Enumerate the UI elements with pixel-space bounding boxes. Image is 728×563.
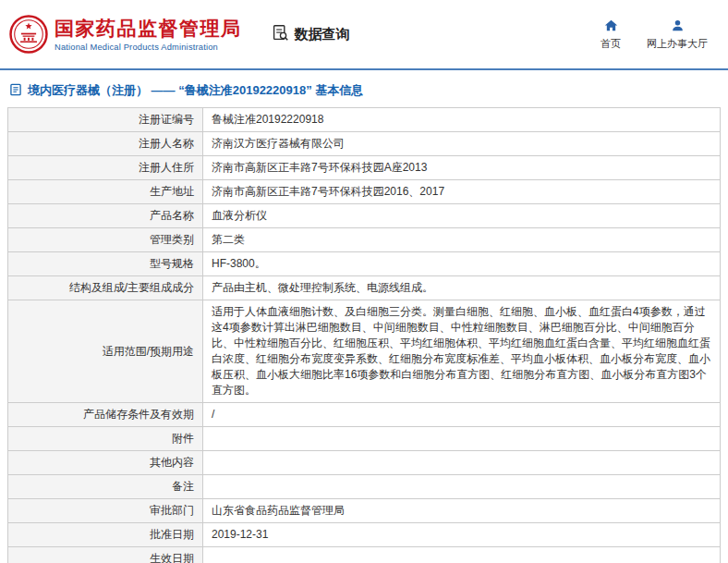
org-name-en: National Medical Products Administration bbox=[55, 43, 242, 52]
table-row: 型号规格 HF-3800。 bbox=[8, 252, 721, 276]
table-row: 结构及组成/主要组成成分 产品由主机、微处理控制系统、电源线组成。 bbox=[8, 276, 721, 300]
table-row: 其他内容 bbox=[8, 451, 721, 475]
field-value bbox=[203, 427, 721, 451]
nav-service-hall[interactable]: 网上办事大厅 bbox=[647, 18, 708, 51]
field-label: 批准日期 bbox=[8, 523, 203, 547]
nav-service-hall-label: 网上办事大厅 bbox=[647, 37, 708, 51]
field-label: 结构及组成/主要组成成分 bbox=[8, 276, 203, 300]
field-label: 注册人住所 bbox=[8, 156, 203, 180]
field-label: 产品储存条件及有效期 bbox=[8, 403, 203, 427]
field-value bbox=[203, 451, 721, 475]
field-value bbox=[203, 475, 721, 499]
field-value: / bbox=[203, 403, 721, 427]
table-row: 注册人住所 济南市高新区正丰路7号环保科技园A座2013 bbox=[8, 156, 721, 180]
table-row: 批准日期 2019-12-31 bbox=[8, 523, 721, 547]
field-label: 型号规格 bbox=[8, 252, 203, 276]
home-icon bbox=[604, 18, 618, 34]
table-row: 注册人名称 济南汉方医疗器械有限公司 bbox=[8, 132, 721, 156]
page-title-text: 境内医疗器械（注册） —— “鲁械注准20192220918” 基本信息 bbox=[28, 82, 363, 99]
table-row: 备注 bbox=[8, 475, 721, 499]
data-query-nav[interactable]: 数据查询 bbox=[272, 24, 350, 44]
registration-info-table: 注册证编号 鲁械注准20192220918 注册人名称 济南汉方医疗器械有限公司… bbox=[7, 107, 721, 563]
table-row: 管理类别 第二类 bbox=[8, 228, 721, 252]
table-row: 适用范围/预期用途 适用于人体血液细胞计数、及白细胞三分类。测量白细胞、红细胞、… bbox=[8, 300, 721, 403]
field-label: 备注 bbox=[8, 475, 203, 499]
field-label: 注册证编号 bbox=[8, 108, 203, 132]
field-value: 山东省食品药品监督管理局 bbox=[203, 499, 721, 523]
field-value: 适用于人体血液细胞计数、及白细胞三分类。测量白细胞、红细胞、血小板、血红蛋白4项… bbox=[203, 300, 721, 403]
field-value bbox=[203, 547, 721, 563]
table-row: 审批部门 山东省食品药品监督管理局 bbox=[8, 499, 721, 523]
data-query-icon bbox=[272, 24, 289, 44]
table-row: 生产地址 济南市高新区正丰路7号环保科技园2016、2017 bbox=[8, 180, 721, 204]
top-nav: 首页 网上办事大厅 bbox=[601, 18, 713, 51]
field-value: HF-3800。 bbox=[203, 252, 721, 276]
document-icon bbox=[9, 83, 22, 99]
table-row: 产品名称 血液分析仪 bbox=[8, 204, 721, 228]
field-value: 血液分析仪 bbox=[203, 204, 721, 228]
field-value: 鲁械注准20192220918 bbox=[203, 108, 721, 132]
brand: 国家药品监督管理局 National Medical Products Admi… bbox=[9, 15, 242, 54]
field-label: 附件 bbox=[8, 427, 203, 451]
user-icon bbox=[671, 18, 685, 34]
field-label: 其他内容 bbox=[8, 451, 203, 475]
field-value: 第二类 bbox=[203, 228, 721, 252]
field-value: 济南汉方医疗器械有限公司 bbox=[203, 132, 721, 156]
field-label: 生效日期 bbox=[8, 547, 203, 563]
table-row: 生效日期 bbox=[8, 547, 721, 563]
field-value: 济南市高新区正丰路7号环保科技园2016、2017 bbox=[203, 180, 721, 204]
field-value: 产品由主机、微处理控制系统、电源线组成。 bbox=[203, 276, 721, 300]
table-row: 产品储存条件及有效期 / bbox=[8, 403, 721, 427]
field-label: 管理类别 bbox=[8, 228, 203, 252]
field-label: 产品名称 bbox=[8, 204, 203, 228]
page-title: 境内医疗器械（注册） —— “鲁械注准20192220918” 基本信息 bbox=[9, 82, 728, 99]
data-query-label: 数据查询 bbox=[295, 26, 350, 43]
nmpa-emblem-icon bbox=[9, 15, 48, 54]
field-value: 济南市高新区正丰路7号环保科技园A座2013 bbox=[203, 156, 721, 180]
org-name-cn: 国家药品监督管理局 bbox=[55, 18, 242, 40]
table-row: 注册证编号 鲁械注准20192220918 bbox=[8, 108, 721, 132]
nav-home[interactable]: 首页 bbox=[601, 18, 621, 51]
nav-home-label: 首页 bbox=[601, 37, 621, 51]
field-label: 注册人名称 bbox=[8, 132, 203, 156]
site-header: 国家药品监督管理局 National Medical Products Admi… bbox=[0, 0, 728, 68]
field-value: 2019-12-31 bbox=[203, 523, 721, 547]
field-label: 审批部门 bbox=[8, 499, 203, 523]
table-row: 附件 bbox=[8, 427, 721, 451]
brand-text: 国家药品监督管理局 National Medical Products Admi… bbox=[55, 18, 242, 52]
field-label: 适用范围/预期用途 bbox=[8, 300, 203, 403]
field-label: 生产地址 bbox=[8, 180, 203, 204]
header-divider bbox=[0, 68, 728, 70]
